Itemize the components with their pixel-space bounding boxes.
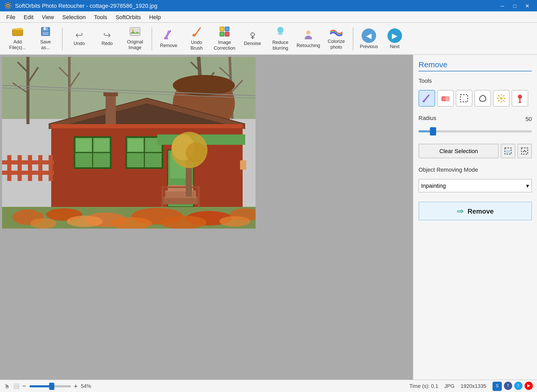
image-correction-label: ImageCorrection [214,40,235,51]
rect-indicator: ⬜ [13,383,19,389]
menu-edit[interactable]: Edit [19,13,38,21]
main-content: Remove Tools [0,55,537,380]
add-files-button[interactable]: AddFile(s)... [4,25,31,52]
svg-line-92 [498,100,499,101]
folder-icon [12,26,23,38]
svg-rect-98 [506,150,510,153]
svg-point-94 [518,95,522,99]
tools-row [419,90,532,107]
svg-point-8 [192,34,196,37]
format-label: JPG [444,383,454,389]
app-icon: 🔆 [4,2,12,9]
clear-selection-row: Clear Selection [419,144,532,158]
remove-label: Remove [160,43,177,48]
radius-row: Radius 50 [419,115,532,123]
twitter-icon[interactable]: t [514,381,523,390]
canvas-area[interactable] [0,55,413,380]
svg-rect-38 [94,139,109,152]
image-canvas[interactable] [2,57,256,229]
mode-dropdown[interactable]: Inpainting ▾ [419,179,532,192]
time-label: Time (s): 0.1 [409,383,438,389]
menu-selection[interactable]: Selection [58,13,90,21]
radius-label: Radius [419,115,436,121]
menubar: File Edit View Selection Tools SoftOrbit… [0,11,537,23]
next-button[interactable]: ▶ Next [382,25,407,52]
svg-point-65 [186,142,206,163]
zoom-percent: 54% [81,383,91,389]
save-icon [40,26,51,38]
radius-slider[interactable] [419,129,532,133]
slider-thumb[interactable] [430,127,436,135]
svg-rect-53 [28,155,32,181]
stamp-button[interactable] [512,90,528,107]
svg-rect-46 [106,93,116,124]
separator-1 [62,27,63,50]
undo-label: Undo [73,41,85,47]
menu-softorbits[interactable]: SoftOrbits [111,13,145,21]
separator-2 [152,27,152,50]
undo-brush-button[interactable]: UndoBrush [183,25,210,52]
menu-help[interactable]: Help [145,13,165,21]
retouching-button[interactable]: Retouching [295,25,322,52]
svg-line-90 [503,100,504,101]
previous-label: Previous [360,44,378,49]
svg-point-96 [518,102,521,103]
remove-arrow-icon: ⇒ [457,206,463,216]
lasso-button[interactable] [474,90,491,107]
facebook-icon[interactable]: f [504,381,512,390]
svg-rect-9 [220,27,224,31]
image-correction-icon [219,26,230,39]
undo-icon: ↩ [75,31,83,40]
image-correction-button[interactable]: ImageCorrection [211,25,238,52]
eraser-tool-button[interactable] [437,90,454,107]
zoom-out-button[interactable]: − [22,382,26,390]
svg-rect-83 [445,97,449,101]
close-button[interactable]: ✕ [521,1,533,11]
svg-rect-10 [225,27,229,31]
original-image-icon [129,26,141,38]
undo-button[interactable]: ↩ Undo [66,25,93,52]
zoom-slider[interactable] [29,385,71,387]
add-files-label: AddFile(s)... [9,39,26,50]
save-as-label: Saveas... [40,39,51,50]
svg-rect-3 [44,27,46,30]
svg-point-77 [219,216,250,227]
youtube-icon[interactable]: ▶ [525,381,533,390]
svg-rect-52 [18,155,22,181]
svg-rect-12 [225,32,229,36]
reduce-blurring-button[interactable]: Reduceblurring [267,25,294,52]
softorbits-icon[interactable]: S [493,381,502,391]
redo-label: Redo [101,41,113,47]
dimensions-label: 1920x1335 [461,383,486,389]
clear-selection-button[interactable]: Clear Selection [419,144,499,158]
load-selection-button[interactable] [517,144,532,158]
remove-button[interactable]: Remove [155,25,182,52]
original-image-button[interactable]: OriginalImage [122,25,148,52]
redo-button[interactable]: ↪ Redo [94,25,121,52]
menu-file[interactable]: File [2,13,19,21]
svg-rect-4 [42,32,49,35]
original-image-label: OriginalImage [127,39,143,50]
maximize-button[interactable]: □ [509,1,520,11]
right-panel: Remove Tools [413,55,537,380]
remove-action-button[interactable]: ⇒ Remove [419,202,532,220]
rect-select-button[interactable] [456,90,472,107]
svg-point-6 [132,29,134,31]
svg-rect-84 [460,95,468,102]
mode-selected-value: Inpainting [421,183,446,189]
titlebar: 🔆 SoftOrbits Photo Retoucher - cottage-2… [0,0,537,11]
menu-view[interactable]: View [38,13,58,21]
brush-tool-button[interactable] [419,90,435,107]
menu-tools[interactable]: Tools [90,13,111,21]
minimize-button[interactable]: ─ [497,1,508,11]
zoom-thumb[interactable] [49,382,54,390]
save-as-button[interactable]: Saveas... [32,25,59,52]
svg-rect-7 [164,37,168,39]
previous-button[interactable]: ◀ Previous [356,25,381,52]
zoom-in-button[interactable]: + [74,382,78,390]
save-selection-button[interactable] [501,144,515,158]
colorize-button[interactable]: Colorizephoto [323,25,350,52]
magic-wand-button[interactable] [493,90,510,107]
denoise-button[interactable]: ⧬ Denoise [239,25,266,52]
colorize-label: Colorizephoto [328,39,345,50]
